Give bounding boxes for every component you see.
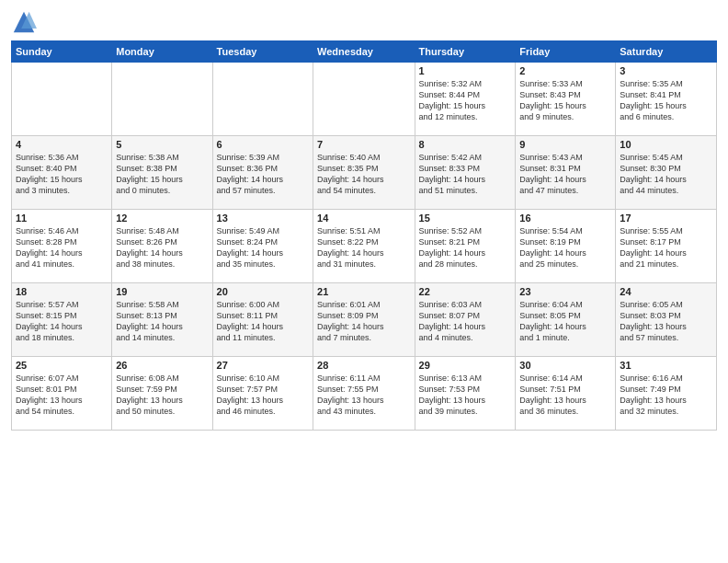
weekday-header-sunday: Sunday [12, 41, 112, 63]
day-number: 23 [519, 286, 611, 297]
day-number: 25 [16, 360, 108, 371]
calendar-cell: 24Sunrise: 6:05 AM Sunset: 8:03 PM Dayli… [616, 283, 717, 357]
calendar-cell: 17Sunrise: 5:55 AM Sunset: 8:17 PM Dayli… [616, 210, 717, 283]
calendar-cell: 2Sunrise: 5:33 AM Sunset: 8:43 PM Daylig… [516, 63, 616, 136]
calendar-cell: 19Sunrise: 5:58 AM Sunset: 8:13 PM Dayli… [112, 283, 212, 357]
day-number: 29 [419, 360, 512, 371]
calendar-cell: 5Sunrise: 5:38 AM Sunset: 8:38 PM Daylig… [112, 136, 212, 210]
day-number: 10 [620, 139, 712, 150]
day-info: Sunrise: 6:00 AM Sunset: 8:11 PM Dayligh… [217, 299, 309, 344]
day-info: Sunrise: 5:43 AM Sunset: 8:31 PM Dayligh… [519, 152, 611, 197]
day-number: 6 [217, 139, 309, 150]
calendar-cell: 7Sunrise: 5:40 AM Sunset: 8:35 PM Daylig… [313, 136, 415, 210]
day-info: Sunrise: 5:54 AM Sunset: 8:19 PM Dayligh… [519, 225, 611, 270]
day-number: 1 [419, 65, 512, 76]
day-info: Sunrise: 5:55 AM Sunset: 8:17 PM Dayligh… [620, 225, 712, 270]
day-info: Sunrise: 6:11 AM Sunset: 7:55 PM Dayligh… [317, 373, 410, 418]
calendar-cell: 31Sunrise: 6:16 AM Sunset: 7:49 PM Dayli… [616, 357, 717, 431]
day-info: Sunrise: 6:13 AM Sunset: 7:53 PM Dayligh… [419, 373, 512, 418]
calendar-body: 1Sunrise: 5:32 AM Sunset: 8:44 PM Daylig… [12, 63, 717, 431]
calendar-cell: 9Sunrise: 5:43 AM Sunset: 8:31 PM Daylig… [516, 136, 616, 210]
day-number: 5 [116, 139, 208, 150]
week-row-5: 25Sunrise: 6:07 AM Sunset: 8:01 PM Dayli… [12, 357, 717, 431]
day-number: 7 [317, 139, 410, 150]
day-info: Sunrise: 6:08 AM Sunset: 7:59 PM Dayligh… [116, 373, 208, 418]
week-row-3: 11Sunrise: 5:46 AM Sunset: 8:28 PM Dayli… [12, 210, 717, 283]
day-number: 24 [620, 286, 712, 297]
day-number: 3 [620, 65, 712, 76]
calendar-cell [12, 63, 112, 136]
weekday-header-friday: Friday [516, 41, 616, 63]
day-number: 19 [116, 286, 208, 297]
weekday-header-wednesday: Wednesday [313, 41, 415, 63]
day-info: Sunrise: 5:38 AM Sunset: 8:38 PM Dayligh… [116, 152, 208, 197]
calendar-cell: 4Sunrise: 5:36 AM Sunset: 8:40 PM Daylig… [12, 136, 112, 210]
calendar-cell: 21Sunrise: 6:01 AM Sunset: 8:09 PM Dayli… [313, 283, 415, 357]
day-info: Sunrise: 5:58 AM Sunset: 8:13 PM Dayligh… [116, 299, 208, 344]
calendar-cell: 10Sunrise: 5:45 AM Sunset: 8:30 PM Dayli… [616, 136, 717, 210]
week-row-1: 1Sunrise: 5:32 AM Sunset: 8:44 PM Daylig… [12, 63, 717, 136]
weekday-header-row: SundayMondayTuesdayWednesdayThursdayFrid… [12, 41, 717, 63]
calendar-cell: 12Sunrise: 5:48 AM Sunset: 8:26 PM Dayli… [112, 210, 212, 283]
day-number: 20 [217, 286, 309, 297]
day-number: 17 [620, 213, 712, 224]
day-info: Sunrise: 6:04 AM Sunset: 8:05 PM Dayligh… [519, 299, 611, 344]
day-number: 30 [519, 360, 611, 371]
weekday-header-thursday: Thursday [415, 41, 516, 63]
day-info: Sunrise: 5:36 AM Sunset: 8:40 PM Dayligh… [16, 152, 108, 197]
day-number: 8 [419, 139, 512, 150]
calendar-cell: 14Sunrise: 5:51 AM Sunset: 8:22 PM Dayli… [313, 210, 415, 283]
day-number: 13 [217, 213, 309, 224]
day-number: 2 [519, 65, 611, 76]
day-number: 21 [317, 286, 410, 297]
calendar-cell: 30Sunrise: 6:14 AM Sunset: 7:51 PM Dayli… [516, 357, 616, 431]
day-number: 11 [16, 213, 108, 224]
calendar-cell: 3Sunrise: 5:35 AM Sunset: 8:41 PM Daylig… [616, 63, 717, 136]
day-number: 4 [16, 139, 108, 150]
calendar-cell [112, 63, 212, 136]
calendar-cell: 6Sunrise: 5:39 AM Sunset: 8:36 PM Daylig… [212, 136, 313, 210]
calendar-cell: 22Sunrise: 6:03 AM Sunset: 8:07 PM Dayli… [415, 283, 516, 357]
day-number: 15 [419, 213, 512, 224]
day-info: Sunrise: 5:33 AM Sunset: 8:43 PM Dayligh… [519, 78, 611, 123]
day-number: 16 [519, 213, 611, 224]
day-info: Sunrise: 5:49 AM Sunset: 8:24 PM Dayligh… [217, 225, 309, 270]
day-number: 14 [317, 213, 410, 224]
day-number: 22 [419, 286, 512, 297]
day-info: Sunrise: 5:42 AM Sunset: 8:33 PM Dayligh… [419, 152, 512, 197]
calendar-cell: 28Sunrise: 6:11 AM Sunset: 7:55 PM Dayli… [313, 357, 415, 431]
day-info: Sunrise: 6:16 AM Sunset: 7:49 PM Dayligh… [620, 373, 712, 418]
day-info: Sunrise: 6:03 AM Sunset: 8:07 PM Dayligh… [419, 299, 512, 344]
day-info: Sunrise: 6:07 AM Sunset: 8:01 PM Dayligh… [16, 373, 108, 418]
day-info: Sunrise: 5:48 AM Sunset: 8:26 PM Dayligh… [116, 225, 208, 270]
page: SundayMondayTuesdayWednesdayThursdayFrid… [0, 0, 728, 563]
weekday-header-saturday: Saturday [616, 41, 717, 63]
day-info: Sunrise: 5:32 AM Sunset: 8:44 PM Dayligh… [419, 78, 512, 123]
week-row-2: 4Sunrise: 5:36 AM Sunset: 8:40 PM Daylig… [12, 136, 717, 210]
calendar-cell: 18Sunrise: 5:57 AM Sunset: 8:15 PM Dayli… [12, 283, 112, 357]
day-info: Sunrise: 5:35 AM Sunset: 8:41 PM Dayligh… [620, 78, 712, 123]
day-info: Sunrise: 6:10 AM Sunset: 7:57 PM Dayligh… [217, 373, 309, 418]
day-info: Sunrise: 6:14 AM Sunset: 7:51 PM Dayligh… [519, 373, 611, 418]
calendar-cell: 13Sunrise: 5:49 AM Sunset: 8:24 PM Dayli… [212, 210, 313, 283]
calendar-cell: 27Sunrise: 6:10 AM Sunset: 7:57 PM Dayli… [212, 357, 313, 431]
calendar-header: SundayMondayTuesdayWednesdayThursdayFrid… [12, 41, 717, 63]
calendar: SundayMondayTuesdayWednesdayThursdayFrid… [11, 40, 717, 431]
day-info: Sunrise: 5:39 AM Sunset: 8:36 PM Dayligh… [217, 152, 309, 197]
calendar-cell: 8Sunrise: 5:42 AM Sunset: 8:33 PM Daylig… [415, 136, 516, 210]
day-number: 26 [116, 360, 208, 371]
day-info: Sunrise: 5:40 AM Sunset: 8:35 PM Dayligh… [317, 152, 410, 197]
calendar-cell: 25Sunrise: 6:07 AM Sunset: 8:01 PM Dayli… [12, 357, 112, 431]
day-number: 18 [16, 286, 108, 297]
day-number: 27 [217, 360, 309, 371]
calendar-cell: 1Sunrise: 5:32 AM Sunset: 8:44 PM Daylig… [415, 63, 516, 136]
logo [11, 9, 40, 35]
weekday-header-tuesday: Tuesday [212, 41, 313, 63]
day-info: Sunrise: 6:05 AM Sunset: 8:03 PM Dayligh… [620, 299, 712, 344]
day-number: 12 [116, 213, 208, 224]
day-info: Sunrise: 5:46 AM Sunset: 8:28 PM Dayligh… [16, 225, 108, 270]
calendar-cell: 11Sunrise: 5:46 AM Sunset: 8:28 PM Dayli… [12, 210, 112, 283]
calendar-cell [212, 63, 313, 136]
day-number: 28 [317, 360, 410, 371]
calendar-cell [313, 63, 415, 136]
